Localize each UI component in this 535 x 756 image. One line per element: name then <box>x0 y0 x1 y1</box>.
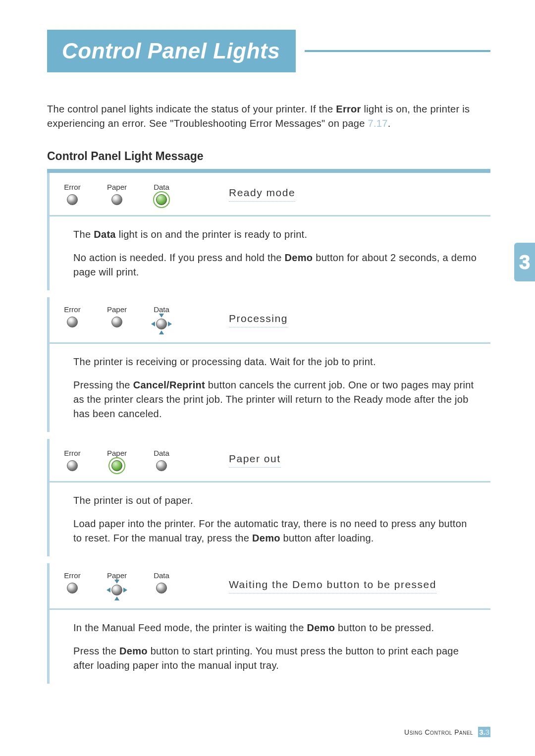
data-led-off-icon <box>156 460 167 471</box>
message-text: Pressing the Cancel/Reprint button cance… <box>73 378 478 421</box>
error-led-off-icon <box>67 460 78 471</box>
paper-label: Paper <box>107 183 127 191</box>
title-bar: Control Panel Lights <box>47 30 490 72</box>
message-text: Press the Demo button to start printing.… <box>73 644 478 673</box>
paper-label: Paper <box>107 571 127 580</box>
light-group: Error Paper Data <box>59 449 174 471</box>
title-box: Control Panel Lights <box>47 30 296 72</box>
page-title: Control Panel Lights <box>62 39 280 63</box>
message-block: Error Paper Data Waiting the Demo button… <box>47 563 490 684</box>
error-label: Error <box>64 305 80 314</box>
message-body: The printer is out of paper.Load paper i… <box>50 483 490 556</box>
light-group: Error Paper Data <box>59 183 174 205</box>
message-block: Error Paper Data Ready mode The Data lig… <box>47 173 490 290</box>
paper-light: Paper <box>104 571 130 600</box>
section-stripe <box>47 169 490 173</box>
light-group: Error Paper Data <box>59 571 174 600</box>
page-link[interactable]: 7.17 <box>368 118 388 129</box>
footer-page: 3.3 <box>478 727 490 737</box>
error-led-off-icon <box>67 194 78 205</box>
chapter-number: 3 <box>519 251 530 273</box>
title-rule <box>305 50 490 52</box>
data-label: Data <box>154 449 169 457</box>
message-block: Error Paper Data Paper out The printer i… <box>47 439 490 556</box>
message-body: In the Manual Feed mode, the printer is … <box>50 610 490 684</box>
paper-label: Paper <box>107 305 127 314</box>
error-led-off-icon <box>67 583 78 594</box>
error-label: Error <box>64 449 80 457</box>
error-label: Error <box>64 183 80 191</box>
data-led-on-icon <box>156 194 167 205</box>
mode-title: Ready mode <box>229 187 295 202</box>
footer-section: Using Control Panel <box>404 728 473 736</box>
paper-led-on-icon <box>111 460 122 471</box>
message-text: Load paper into the printer. For the aut… <box>73 517 478 545</box>
data-led-off-icon <box>156 583 167 594</box>
error-light: Error <box>59 571 85 600</box>
paper-light: Paper <box>104 449 130 471</box>
mode-title: Processing <box>229 313 288 327</box>
error-light: Error <box>59 449 85 471</box>
paper-light: Paper <box>104 183 130 205</box>
paper-led-off-icon <box>111 194 122 205</box>
mode-title: Waiting the Demo button to be pressed <box>229 579 436 594</box>
message-header: Error Paper Data Ready mode <box>50 173 490 216</box>
mode-title: Paper out <box>229 453 281 468</box>
message-body: The Data light is on and the printer is … <box>50 216 490 290</box>
paper-light: Paper <box>104 305 130 334</box>
section-subtitle: Control Panel Light Message <box>47 150 490 163</box>
message-text: The Data light is on and the printer is … <box>73 227 478 242</box>
message-body: The printer is receiving or processing d… <box>50 344 490 432</box>
error-led-off-icon <box>67 317 78 327</box>
page-footer: Using Control Panel 3.3 <box>404 727 490 737</box>
paper-label: Paper <box>107 449 127 457</box>
data-light: Data <box>149 305 174 334</box>
message-text: The printer is out of paper. <box>73 493 478 508</box>
message-block: Error Paper Data Processing The printer … <box>47 297 490 432</box>
paper-led-blink-icon <box>107 580 127 600</box>
data-label: Data <box>154 571 169 580</box>
data-label: Data <box>154 305 169 314</box>
intro-paragraph: The control panel lights indicate the st… <box>47 102 490 131</box>
message-header: Error Paper Data Waiting the Demo button… <box>50 563 490 610</box>
data-label: Data <box>154 183 169 191</box>
message-header: Error Paper Data Paper out <box>50 439 490 483</box>
light-group: Error Paper Data <box>59 305 174 334</box>
message-text: The printer is receiving or processing d… <box>73 355 478 369</box>
message-text: No action is needed. If you press and ho… <box>73 251 478 279</box>
data-led-blink-icon <box>151 314 172 334</box>
data-light: Data <box>149 449 174 471</box>
data-light: Data <box>149 571 174 600</box>
paper-led-off-icon <box>111 317 122 327</box>
message-header: Error Paper Data Processing <box>50 297 490 344</box>
chapter-tab: 3 <box>514 243 535 281</box>
message-text: In the Manual Feed mode, the printer is … <box>73 621 478 635</box>
data-light: Data <box>149 183 174 205</box>
error-light: Error <box>59 183 85 205</box>
error-label: Error <box>64 571 80 580</box>
error-light: Error <box>59 305 85 334</box>
